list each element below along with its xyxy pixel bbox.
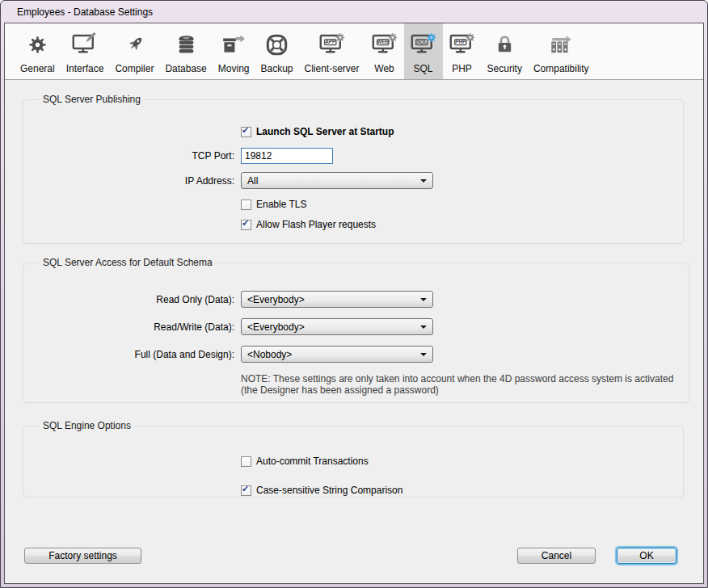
enable-tls-label[interactable]: Enable TLS (256, 199, 307, 210)
toolbar-label: General (20, 63, 55, 74)
toolbar-label: Moving (218, 63, 250, 74)
svg-text:APP: APP (325, 39, 336, 44)
read-write-value: <Everybody> (247, 321, 305, 333)
launch-sql-server-label[interactable]: Launch SQL Server at Startup (256, 126, 394, 137)
toolbar-item-compatibility[interactable]: Compatibility (528, 23, 595, 79)
database-settings-dialog: Employees - Database Settings General (0, 0, 708, 588)
launch-sql-server-checkbox[interactable] (241, 127, 251, 137)
ip-address-value: All (247, 175, 258, 187)
full-access-value: <Nobody> (247, 349, 292, 360)
allow-flash-checkbox[interactable] (241, 220, 251, 230)
chevron-down-icon (420, 179, 427, 183)
toolbar-item-sql[interactable]: SQL SQL (404, 23, 443, 79)
toolbar-label: Web (374, 63, 394, 74)
password-note-text: NOTE: These settings are only taken into… (241, 373, 677, 397)
read-only-select[interactable]: <Everybody> (241, 291, 433, 308)
toolbar-item-moving[interactable]: Moving (213, 23, 255, 79)
window-frame: General Interf (1, 23, 707, 587)
toolbar-item-general[interactable]: General (15, 23, 61, 79)
toolbar-item-interface[interactable]: Interface (61, 23, 110, 79)
chevron-down-icon (420, 326, 427, 329)
toolbar-label: Compatibility (533, 63, 589, 74)
full-access-label: Full (Data and Design): (35, 349, 241, 360)
section-sql-server-publishing: SQL Server Publishing Launch SQL Server … (23, 94, 684, 244)
database-icon (175, 27, 197, 61)
svg-text:WEB: WEB (377, 39, 389, 44)
padlock-icon (495, 27, 515, 61)
toolbar-item-database[interactable]: Database (159, 23, 212, 79)
tcp-port-input[interactable] (241, 148, 333, 164)
toolbar-label: Interface (66, 63, 104, 74)
section-title: SQL Server Access for Default Schema (40, 257, 216, 268)
monitor-web-icon: WEB (371, 27, 398, 61)
cancel-button[interactable]: Cancel (517, 548, 596, 564)
ip-address-select[interactable]: All (241, 172, 433, 189)
toolbar-item-security[interactable]: Security (482, 23, 528, 79)
toolbar-label: Client-server (305, 63, 360, 74)
monitor-app-icon: APP (318, 27, 346, 61)
full-access-select[interactable]: <Nobody> (241, 346, 433, 363)
binders-arrow-icon (548, 27, 574, 61)
section-sql-engine-options: SQL Engine Options Auto-commit Transacti… (23, 420, 684, 498)
toolbar-label: PHP (452, 63, 472, 74)
rocket-icon (124, 27, 145, 61)
ok-button[interactable]: OK (617, 548, 676, 564)
monitor-pencil-icon (71, 27, 99, 61)
titlebar: Employees - Database Settings (1, 1, 707, 23)
settings-content: SQL Server Publishing Launch SQL Server … (5, 80, 703, 583)
dialog-footer: Factory settings Cancel OK (23, 548, 684, 564)
section-title: SQL Engine Options (40, 420, 134, 431)
read-write-label: Read/Write (Data): (35, 321, 241, 333)
read-write-select[interactable]: <Everybody> (241, 318, 433, 335)
toolbar-label: SQL (414, 63, 433, 74)
settings-toolbar: General Interf (5, 23, 703, 80)
chevron-down-icon (420, 353, 427, 356)
section-title: SQL Server Publishing (40, 94, 144, 105)
toolbar-label: Database (165, 63, 206, 74)
chevron-down-icon (420, 298, 427, 301)
case-sensitive-label[interactable]: Case-sensitive String Comparison (256, 485, 402, 496)
tcp-port-label: TCP Port: (35, 150, 241, 162)
section-sql-server-access: SQL Server Access for Default Schema Rea… (23, 257, 689, 403)
factory-settings-button[interactable]: Factory settings (24, 548, 141, 564)
toolbar-label: Backup (260, 63, 293, 74)
dialog-client-area: General Interf (4, 23, 704, 584)
lifebuoy-icon (266, 27, 288, 61)
gear-icon (27, 27, 48, 61)
window-title: Employees - Database Settings (17, 6, 153, 18)
case-sensitive-checkbox[interactable] (241, 485, 251, 496)
auto-commit-label[interactable]: Auto-commit Transactions (256, 456, 369, 467)
allow-flash-label[interactable]: Allow Flash Player requests (256, 219, 376, 230)
read-only-label: Read Only (Data): (35, 294, 241, 305)
toolbar-label: Compiler (115, 63, 154, 74)
monitor-php-icon: PHP (449, 27, 476, 61)
toolbar-item-web[interactable]: WEB Web (365, 23, 404, 79)
toolbar-item-backup[interactable]: Backup (255, 23, 298, 79)
toolbar-label: Security (487, 63, 522, 74)
auto-commit-checkbox[interactable] (241, 456, 251, 467)
svg-text:SQL: SQL (416, 39, 427, 45)
ip-address-label: IP Address: (35, 175, 241, 187)
read-only-value: <Everybody> (247, 294, 305, 305)
toolbar-item-compiler[interactable]: Compiler (109, 23, 159, 79)
monitor-sql-icon: SQL (410, 27, 437, 61)
enable-tls-checkbox[interactable] (241, 200, 251, 210)
svg-text:PHP: PHP (455, 39, 466, 44)
box-arrow-icon (221, 27, 246, 61)
toolbar-item-client-server[interactable]: APP Client-server (299, 23, 365, 79)
toolbar-item-php[interactable]: PHP PHP (443, 23, 482, 79)
